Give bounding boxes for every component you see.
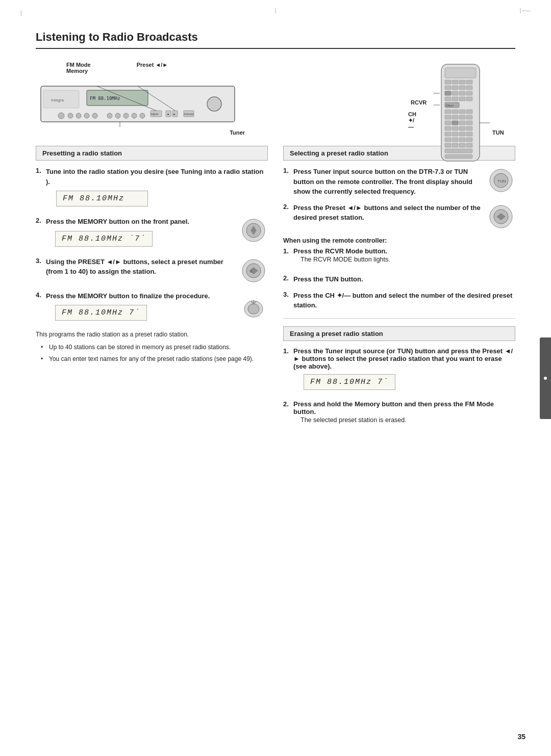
remote-step-3-num: 3. <box>283 291 290 298</box>
preset-step-4: 4. Press the MEMORY button to finalize t… <box>36 291 268 325</box>
svg-rect-44 <box>466 97 472 101</box>
display-erase: FM 88.10MHz 7˙ <box>304 374 395 390</box>
svg-point-11 <box>115 113 120 118</box>
svg-rect-47 <box>445 110 451 114</box>
erasing-header: Erasing a preset radio station <box>283 326 515 341</box>
svg-point-6 <box>68 113 73 118</box>
svg-rect-38 <box>452 91 458 95</box>
svg-rect-75 <box>445 149 472 153</box>
erase-step-2-num: 2. <box>283 400 290 408</box>
preset-step-1: 1. Tune into the radio station you desir… <box>36 167 268 211</box>
remote-step-1-sub: The RCVR MODE button lights. <box>300 255 515 265</box>
rcvr-label: RCVR <box>411 99 427 106</box>
remote-step-3: 3. Press the CH ✦/— button and select th… <box>283 291 515 310</box>
svg-rect-69 <box>459 138 465 142</box>
preset-btn-img-2 <box>487 203 515 231</box>
svg-point-15 <box>207 97 221 111</box>
remote-diagram-area: CH+/- <box>413 62 515 72</box>
tun-label: TUN <box>492 129 504 136</box>
svg-rect-68 <box>452 138 458 142</box>
remote-step-2: 2. Press the TUN button. <box>283 274 515 284</box>
svg-point-8 <box>84 113 89 118</box>
bullet-2-text: You can enter text names for any of the … <box>49 355 254 363</box>
svg-rect-29 <box>445 80 451 84</box>
svg-point-9 <box>92 113 97 118</box>
main-content: Presetting a radio station 1. Tune into … <box>36 146 515 435</box>
top-diagram: FM Mode Memory Preset ◄/► FM 88.10MHz In… <box>36 62 515 136</box>
svg-point-7 <box>76 113 81 118</box>
svg-rect-67 <box>445 138 451 142</box>
svg-rect-52 <box>452 115 458 119</box>
svg-rect-37 <box>445 91 451 95</box>
display-fm-1: FM 88.10MHz <box>56 191 148 206</box>
memory-button-img-2 <box>240 291 268 319</box>
svg-rect-31 <box>459 80 465 84</box>
select-step-2-num: 2. <box>283 203 290 223</box>
preset-step-2-content: 2. Press the MEMORY button on the front … <box>36 217 236 251</box>
svg-rect-36 <box>466 86 472 90</box>
svg-rect-58 <box>466 121 472 125</box>
preset-label: Preset ◄/► <box>137 62 168 74</box>
remote-svg: CH+/- <box>413 62 505 174</box>
svg-rect-54 <box>466 115 472 119</box>
preset-step-4-num: 4. <box>36 291 43 301</box>
svg-point-14 <box>140 113 145 118</box>
remote-step-1-num: 1. <box>283 247 290 255</box>
svg-rect-65 <box>459 132 465 136</box>
preset-step-2-num: 2. <box>36 217 43 227</box>
divider <box>283 318 515 319</box>
svg-rect-70 <box>466 138 472 142</box>
select-step-2: 2. Press the Preset ◄/► buttons and sele… <box>283 203 515 231</box>
svg-rect-66 <box>466 132 472 136</box>
svg-text:FM/AM: FM/AM <box>184 113 193 116</box>
when-remote-label: When using the remote controller: <box>283 237 515 244</box>
preset-step-1-num: 1. <box>36 167 43 174</box>
svg-text:Integra: Integra <box>51 98 64 102</box>
remote-step-2-num: 2. <box>283 274 290 282</box>
remote-step-1-text: Press the RCVR Mode button. <box>293 247 387 255</box>
bullet-icon-1: • <box>41 343 46 352</box>
bullet-icon-2: • <box>41 355 46 363</box>
svg-point-89 <box>248 304 259 314</box>
select-step-2-content: 2. Press the Preset ◄/► buttons and sele… <box>283 203 483 223</box>
svg-rect-55 <box>445 121 451 125</box>
svg-rect-28 <box>445 68 476 78</box>
remote-step-1-content: Press the RCVR Mode button. The RCVR MOD… <box>293 247 515 269</box>
svg-rect-72 <box>452 143 458 147</box>
preset-step-3-content: 3. Using the PRESET ◄/► buttons, select … <box>36 257 236 277</box>
svg-point-12 <box>123 113 129 118</box>
select-step-1-num: 1. <box>283 167 290 197</box>
erasing-section: Erasing a preset radio station 1. Press … <box>283 326 515 429</box>
fm-mode-label: FM Mode Memory <box>66 62 91 74</box>
page-title: Listening to Radio Broadcasts <box>36 31 515 49</box>
svg-rect-64 <box>452 132 458 136</box>
svg-rect-33 <box>445 86 451 90</box>
svg-rect-34 <box>452 86 458 90</box>
svg-rect-57 <box>459 121 465 125</box>
svg-point-5 <box>58 113 64 119</box>
erase-step-1-content: Press the Tuner input source (or TUN) bu… <box>293 347 515 394</box>
svg-text:FM 88.10MHz: FM 88.10MHz <box>90 96 120 101</box>
svg-text:A: A <box>250 270 253 273</box>
svg-rect-43 <box>459 97 465 101</box>
preset-button-img: A <box>240 257 268 285</box>
svg-text:►: ► <box>173 113 176 116</box>
svg-rect-60 <box>452 126 458 131</box>
svg-rect-30 <box>452 80 458 84</box>
page-number: 35 <box>517 733 525 741</box>
svg-rect-39 <box>459 91 465 95</box>
svg-rect-40 <box>466 91 472 95</box>
preset-step-4-content: 4. Press the MEMORY button to finalize t… <box>36 291 236 325</box>
preset-note-plain: This programs the radio station as a pre… <box>36 331 268 338</box>
presetting-section: Presetting a radio station 1. Tune into … <box>36 146 268 435</box>
svg-rect-76 <box>445 154 472 159</box>
receiver-diagram-area: FM Mode Memory Preset ◄/► FM 88.10MHz In… <box>36 62 413 136</box>
tuner-label: Tuner <box>61 129 413 136</box>
display-fm-2: FM 88.10MHz ˙7˙ <box>55 231 153 247</box>
right-column: Selecting a preset radio station 1. Pres… <box>283 146 515 435</box>
preset-step-3-num: 3. <box>36 257 43 277</box>
preset-bullet-2: • You can enter text names for any of th… <box>41 355 268 363</box>
svg-text:MEM: MEM <box>151 113 158 116</box>
erase-step-2-sub: The selected preset station is erased. <box>300 415 515 425</box>
svg-rect-56 <box>452 121 458 125</box>
